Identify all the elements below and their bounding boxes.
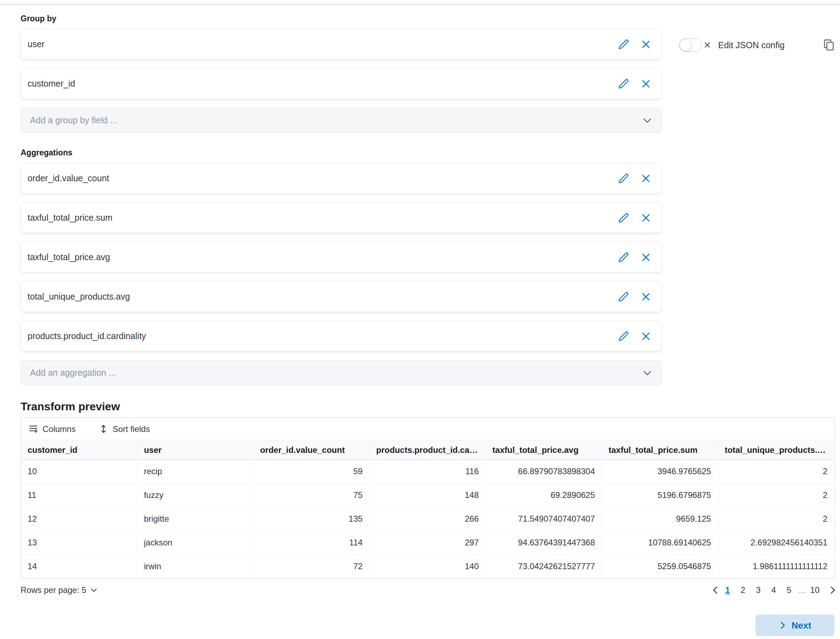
- page-number[interactable]: 3: [751, 584, 766, 596]
- copy-to-clipboard-icon[interactable]: [823, 39, 834, 51]
- group-by-field-label: user: [28, 39, 607, 49]
- table-cell: jackson: [137, 531, 254, 555]
- group-by-field-label: customer_id: [28, 79, 607, 89]
- edit-icon[interactable]: [618, 173, 629, 184]
- aggregation-item: order_id.value_count: [21, 163, 662, 194]
- table-cell: 59: [253, 459, 369, 483]
- wizard-actions: Next: [21, 615, 834, 636]
- aggregation-label: taxful_total_price.avg: [28, 252, 607, 262]
- next-page-icon[interactable]: [825, 586, 834, 594]
- table-row: 11fuzzy7514869.28906255196.67968752: [21, 483, 834, 507]
- table-cell: 72: [253, 555, 369, 578]
- columns-button[interactable]: Columns: [29, 424, 76, 434]
- next-button-label: Next: [791, 620, 811, 631]
- preview-table: customer_iduserorder_id.value_countprodu…: [21, 441, 834, 578]
- remove-icon[interactable]: [641, 79, 651, 89]
- group-by-label: Group by: [21, 14, 662, 24]
- previous-page-icon[interactable]: [708, 586, 717, 594]
- table-cell: 94.63764391447368: [486, 531, 602, 555]
- edit-json-config-label: Edit JSON config: [718, 40, 784, 50]
- add-group-by-combobox[interactable]: Add a group by field ...: [21, 108, 662, 133]
- table-row: 13jackson11429794.6376439144736810788.69…: [21, 531, 834, 555]
- remove-icon[interactable]: [641, 331, 651, 342]
- remove-icon[interactable]: [641, 292, 651, 302]
- rows-per-page-selector[interactable]: Rows per page: 5: [21, 585, 98, 595]
- group-by-field-item: user: [21, 29, 662, 59]
- aggregation-item: total_unique_products.avg: [21, 281, 662, 312]
- sort-icon: [99, 424, 108, 434]
- grid-footer: Rows per page: 5 12345...10: [21, 584, 834, 596]
- column-header[interactable]: taxful_total_price.sum: [602, 441, 718, 459]
- top-divider: [0, 4, 840, 5]
- remove-icon[interactable]: [641, 252, 651, 262]
- column-header[interactable]: total_unique_products.a...: [718, 441, 834, 459]
- column-header[interactable]: user: [137, 441, 254, 459]
- table-cell: 2: [718, 483, 834, 507]
- table-cell: 3946.9765625: [602, 459, 718, 483]
- column-header[interactable]: taxful_total_price.avg: [486, 441, 602, 459]
- aggregation-label: products.product_id.cardinality: [28, 331, 607, 341]
- table-cell: 5196.6796875: [602, 483, 718, 507]
- table-cell: 9659.125: [602, 507, 718, 531]
- transform-preview-title: Transform preview: [21, 400, 120, 413]
- table-cell: 266: [369, 507, 486, 531]
- table-row: 12brigitte13526671.549074074074079659.12…: [21, 507, 834, 531]
- column-header[interactable]: products.product_id.car...: [369, 441, 486, 459]
- edit-icon[interactable]: [618, 213, 629, 223]
- table-cell: 66.89790783898304: [486, 459, 602, 483]
- add-aggregation-combobox[interactable]: Add an aggregation ...: [21, 360, 662, 385]
- table-cell: 73.04242621527777: [486, 555, 602, 578]
- table-cell: 13: [21, 531, 137, 555]
- chevron-down-icon[interactable]: [642, 116, 652, 126]
- table-cell: 69.2890625: [486, 483, 602, 507]
- next-button[interactable]: Next: [756, 615, 834, 636]
- page-number[interactable]: 5: [781, 584, 797, 596]
- page-number[interactable]: 2: [735, 584, 751, 596]
- column-header[interactable]: customer_id: [21, 441, 137, 459]
- aggregation-item: products.product_id.cardinality: [21, 321, 662, 351]
- table-cell: 2.692982456140351: [718, 531, 834, 555]
- table-cell: 10788.69140625: [602, 531, 718, 555]
- table-cell: 148: [369, 483, 486, 507]
- remove-icon[interactable]: [641, 173, 651, 184]
- columns-button-label: Columns: [43, 424, 76, 434]
- table-cell: 14: [21, 555, 137, 578]
- grid-toolbar: Columns Sort fields: [21, 418, 834, 441]
- edit-icon[interactable]: [618, 292, 629, 302]
- edit-icon[interactable]: [618, 331, 629, 342]
- remove-icon[interactable]: [641, 39, 651, 49]
- page-number[interactable]: 10: [807, 584, 823, 596]
- table-cell: 114: [253, 531, 369, 555]
- sort-fields-button-label: Sort fields: [113, 424, 150, 434]
- table-cell: fuzzy: [137, 483, 254, 507]
- edit-icon[interactable]: [618, 79, 629, 89]
- table-header-row: customer_iduserorder_id.value_countprodu…: [21, 441, 834, 459]
- page-number[interactable]: 1: [720, 584, 735, 596]
- table-cell: 10: [21, 459, 137, 483]
- table-cell: 75: [253, 483, 369, 507]
- table-cell: recip: [137, 459, 254, 483]
- aggregations-list: order_id.value_counttaxful_total_price.s…: [21, 163, 662, 351]
- table-cell: irwin: [137, 555, 254, 578]
- group-by-field-item: customer_id: [21, 68, 662, 99]
- table-cell: 140: [369, 555, 486, 578]
- chevron-down-icon: [90, 586, 98, 594]
- add-group-by-placeholder: Add a group by field ...: [30, 115, 642, 126]
- add-aggregation-placeholder: Add an aggregation ...: [30, 368, 642, 378]
- page-number[interactable]: 4: [766, 584, 781, 596]
- column-header[interactable]: order_id.value_count: [253, 441, 369, 459]
- table-cell: brigitte: [137, 507, 254, 531]
- remove-icon[interactable]: [641, 213, 651, 223]
- sort-fields-button[interactable]: Sort fields: [99, 424, 150, 434]
- table-cell: 135: [253, 507, 369, 531]
- toggle-off-icon: [703, 41, 711, 49]
- edit-icon[interactable]: [618, 39, 629, 49]
- edit-json-toggle[interactable]: [679, 38, 702, 52]
- aggregation-label: taxful_total_price.sum: [28, 213, 607, 223]
- rows-per-page-label: Rows per page: 5: [21, 585, 86, 595]
- table-cell: 2: [718, 459, 834, 483]
- group-by-list: usercustomer_id: [21, 29, 662, 99]
- chevron-down-icon[interactable]: [642, 368, 652, 378]
- edit-icon[interactable]: [618, 252, 629, 262]
- aggregation-item: taxful_total_price.avg: [21, 242, 662, 272]
